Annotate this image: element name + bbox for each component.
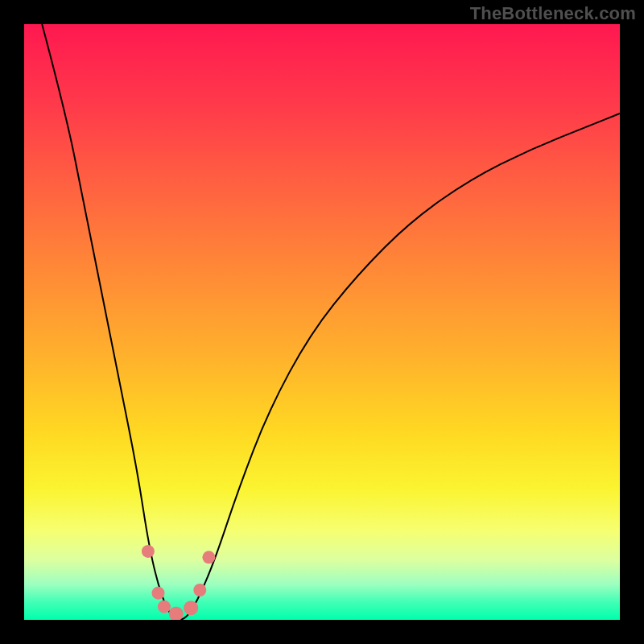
watermark-text: TheBottleneck.com <box>470 3 636 24</box>
data-marker <box>152 587 165 600</box>
bottleneck-curve <box>42 24 620 620</box>
plot-area <box>24 24 620 620</box>
data-marker <box>142 545 155 558</box>
data-marker <box>202 551 215 564</box>
data-marker <box>169 607 184 620</box>
chart-svg <box>24 24 620 620</box>
data-marker <box>158 601 171 613</box>
data-marker <box>184 601 198 615</box>
marker-group <box>142 545 216 620</box>
data-marker <box>193 584 206 597</box>
chart-frame: TheBottleneck.com <box>0 0 644 644</box>
